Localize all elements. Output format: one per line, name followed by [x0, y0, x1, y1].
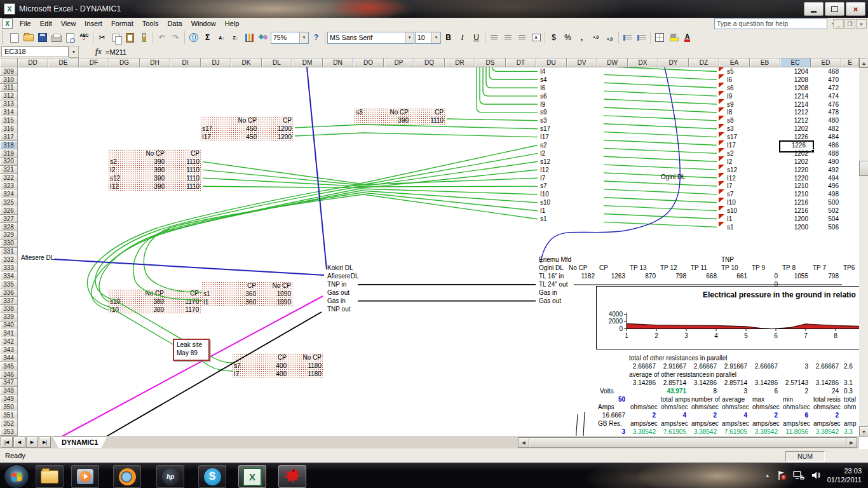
format-painter-button[interactable]: [137, 31, 151, 44]
ed-value-313[interactable]: 476: [811, 100, 841, 109]
pipe-label-right-I8[interactable]: I8: [727, 108, 732, 116]
embedded-chart[interactable]: Electrical pressure in the ground in rel…: [596, 286, 859, 349]
menu-help[interactable]: Help: [220, 18, 244, 29]
pipe-label-left-I1[interactable]: I1: [540, 207, 545, 215]
row-header-343[interactable]: 343: [0, 346, 18, 354]
pipe-label-left-s3[interactable]: s3: [540, 116, 547, 125]
row-header-334[interactable]: 334: [0, 272, 18, 280]
ec-value-315[interactable]: 1212: [780, 116, 811, 125]
row-header-347[interactable]: 347: [0, 379, 18, 387]
merge-center-button[interactable]: a: [529, 31, 543, 44]
worksheet-canvas[interactable]: No CPCPs174501200I174501200No CPCPs23901…: [0, 0, 859, 488]
column-header-DG[interactable]: DG: [109, 58, 140, 67]
selected-cell-EC318[interactable]: 1226: [779, 140, 814, 152]
pipe-label-right-I9[interactable]: I9: [727, 92, 732, 100]
ed-value-323[interactable]: 496: [811, 182, 841, 190]
row-header-309[interactable]: 309: [0, 67, 18, 76]
percent-button[interactable]: %: [561, 31, 574, 44]
ed-value-321[interactable]: 492: [811, 166, 841, 174]
pipe-label-right-I10[interactable]: I10: [727, 198, 736, 207]
row-header-342[interactable]: 342: [0, 337, 18, 346]
vertical-scroll-thumb[interactable]: [859, 161, 868, 176]
pipe-left-0[interactable]: Kokiri DL: [327, 264, 353, 272]
taskbar-clock[interactable]: 23:03 01/12/2011: [827, 466, 862, 484]
pipe-label-left-s1[interactable]: s1: [540, 215, 547, 223]
ec-value-310[interactable]: 1208: [780, 76, 811, 84]
pipe-label-left-I9[interactable]: I9: [540, 100, 545, 109]
first-sheet-icon[interactable]: |◀: [1, 437, 13, 448]
ec-value-320[interactable]: 1202: [780, 158, 811, 166]
unit-cell[interactable]: ohms/sec: [661, 403, 688, 411]
volts-value[interactable]: 2: [780, 387, 811, 395]
ed-value-325[interactable]: 500: [811, 198, 841, 207]
ec-value-325[interactable]: 1216: [780, 198, 811, 207]
pipe-label-right-s5[interactable]: s5: [727, 67, 734, 76]
column-header-DS[interactable]: DS: [475, 58, 506, 67]
tp-header-2[interactable]: TP 13: [630, 264, 647, 272]
font-color-button[interactable]: A: [681, 31, 694, 44]
ed-value-315[interactable]: 480: [811, 116, 841, 125]
unit-cell[interactable]: ohms/sec: [630, 403, 658, 411]
insert-function-icon[interactable]: fx: [95, 47, 102, 57]
row-header-341[interactable]: 341: [0, 329, 18, 337]
row-header-332[interactable]: 332: [0, 255, 18, 264]
pipe-label-right-s12[interactable]: s12: [727, 166, 737, 174]
summary-clip-348[interactable]: 0.3: [844, 387, 853, 395]
row-header-328[interactable]: 328: [0, 223, 18, 231]
afiesere-dl-label[interactable]: Afiesere DL: [21, 254, 54, 262]
green-value[interactable]: 7.61905: [719, 428, 750, 436]
decrease-indent-button[interactable]: [621, 31, 634, 44]
print-button[interactable]: [50, 31, 63, 44]
taskbar-firefox[interactable]: [113, 465, 141, 488]
new-button[interactable]: [8, 31, 21, 44]
ed-value-311[interactable]: 472: [811, 84, 841, 92]
row-header-314[interactable]: 314: [0, 108, 18, 116]
ec-value-311[interactable]: 1208: [780, 84, 811, 92]
summary-value[interactable]: 2.57143: [780, 379, 811, 387]
pipe-label-left-s12[interactable]: s12: [540, 158, 550, 166]
pipe-right-3[interactable]: TL 24" out: [539, 280, 567, 288]
vertical-scrollbar[interactable]: ▲ ▼: [859, 58, 868, 436]
spelling-button[interactable]: ABC✓: [78, 31, 91, 44]
align-center-button[interactable]: [501, 31, 515, 44]
tp-header-7[interactable]: TP 8: [782, 264, 796, 272]
toolbar-grip[interactable]: [2, 31, 5, 44]
ed-value-316[interactable]: 482: [811, 125, 841, 133]
row-header-331[interactable]: 331: [0, 248, 18, 256]
row-header-318[interactable]: 318: [0, 141, 18, 149]
volts-label[interactable]: Volts: [600, 387, 614, 395]
summary-value[interactable]: 3: [780, 362, 811, 370]
pipe-label-left-s4[interactable]: s4: [540, 76, 547, 84]
blue-value[interactable]: 4: [719, 411, 750, 419]
column-header-DK[interactable]: DK: [231, 58, 262, 67]
row-header-311[interactable]: 311: [0, 84, 18, 92]
green-value[interactable]: 3.38542: [689, 428, 719, 436]
summary-clip-345[interactable]: 2.6: [844, 362, 853, 370]
ec-value-316[interactable]: 1202: [780, 125, 811, 133]
column-header-DD[interactable]: DD: [18, 58, 48, 67]
column-header-ED[interactable]: ED: [811, 58, 841, 67]
summary-clip-352[interactable]: amp: [844, 419, 856, 428]
volts-value[interactable]: 6: [750, 387, 780, 395]
row-header-326[interactable]: 326: [0, 207, 18, 215]
unit-cell[interactable]: amps/sec: [630, 419, 658, 428]
row-header-346[interactable]: 346: [0, 370, 18, 379]
summary-clip-350[interactable]: ohm: [844, 403, 856, 411]
stat-header[interactable]: total amps: [661, 395, 690, 403]
ec-value-324[interactable]: 1210: [780, 190, 811, 198]
ed-value-322[interactable]: 494: [811, 174, 841, 182]
pipe-right-1[interactable]: Ogini DL: [539, 264, 564, 272]
green-value[interactable]: 3.38542: [628, 428, 658, 436]
row-header-345[interactable]: 345: [0, 362, 18, 370]
row-header-320[interactable]: 320: [0, 158, 18, 166]
summary-value[interactable]: 3.14286: [628, 379, 658, 387]
pipe-left-1[interactable]: AfiesereDL: [327, 272, 358, 280]
unit-cell[interactable]: ohms/sec: [783, 403, 810, 411]
column-header-DL[interactable]: DL: [262, 58, 292, 67]
hidden-icons-icon[interactable]: ▲: [765, 473, 770, 478]
workbook-close-button[interactable]: ×: [856, 19, 867, 29]
green-value[interactable]: 3.38542: [811, 428, 841, 436]
row-header-352[interactable]: 352: [0, 419, 18, 428]
row-header-321[interactable]: 321: [0, 166, 18, 174]
last-sheet-icon[interactable]: ▶|: [39, 437, 51, 448]
